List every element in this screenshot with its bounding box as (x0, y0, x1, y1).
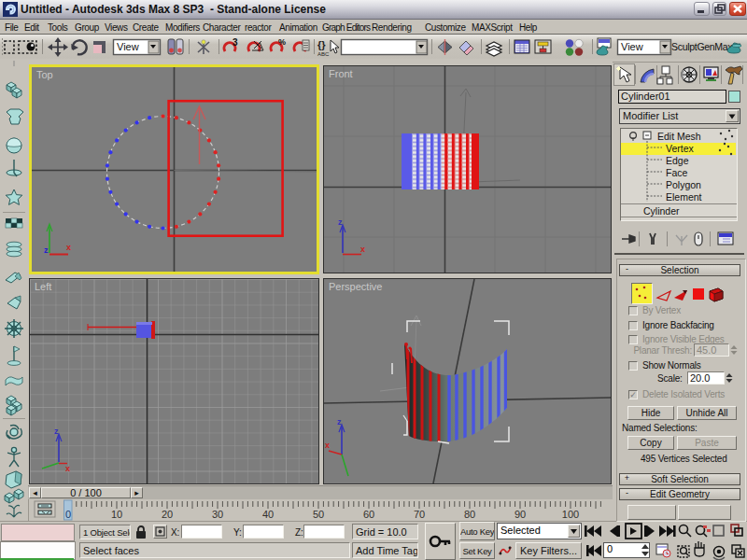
svg-text:x: x (360, 245, 365, 254)
svg-text:70: 70 (414, 509, 425, 520)
svg-text:Cylinder: Cylinder (643, 205, 680, 217)
svg-text:50: 50 (313, 509, 324, 520)
svg-text:SculptGenMax: SculptGenMax (671, 41, 733, 52)
svg-text:z: z (338, 217, 343, 227)
svg-text:Face: Face (666, 167, 688, 178)
svg-text:Polygon: Polygon (666, 179, 701, 190)
svg-text:z: z (54, 427, 59, 436)
svg-text:30: 30 (212, 509, 223, 520)
svg-text:Edge: Edge (666, 155, 689, 166)
svg-text:z: z (44, 245, 49, 255)
svg-text:z: z (337, 417, 342, 427)
svg-text:Element: Element (666, 191, 702, 203)
svg-text:20: 20 (162, 509, 173, 520)
svg-text:3: 3 (233, 37, 238, 48)
svg-text:10: 10 (111, 509, 122, 520)
svg-text:View: View (117, 41, 139, 52)
svg-text:Vertex: Vertex (666, 143, 695, 154)
svg-text:x: x (325, 441, 330, 450)
svg-text:x: x (65, 464, 70, 473)
svg-text:80: 80 (464, 509, 475, 520)
svg-text:0: 0 (65, 509, 71, 520)
svg-text:%: % (278, 37, 286, 47)
svg-text:x: x (66, 243, 71, 252)
svg-text:ABC: ABC (317, 51, 330, 57)
svg-text:100: 100 (562, 509, 579, 520)
svg-text:40: 40 (262, 509, 274, 520)
svg-text:View: View (621, 41, 643, 52)
svg-text:Edit Mesh: Edit Mesh (657, 131, 701, 142)
svg-text:{}: {} (317, 39, 326, 50)
svg-text:90: 90 (514, 509, 526, 520)
svg-text:60: 60 (363, 509, 374, 520)
